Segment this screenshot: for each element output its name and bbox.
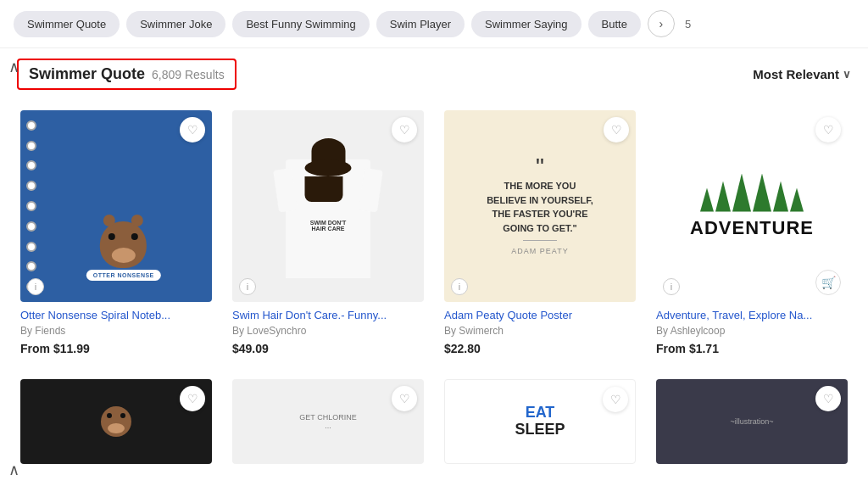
product-price-1: From $11.99 [20,342,212,355]
product-author-1: By Fiends [20,325,212,337]
product-card-2: SWIM DON'THAIR CARE ♡ i Swim Hair Don't … [222,100,434,366]
otter-illustration: Otter Nonsense [86,221,161,281]
info-symbol-4: i [670,282,672,292]
product-grid-row2: ♡ GET CHLORINE... ♡ EAT SLEEP [0,369,868,474]
results-header: Swimmer Quote 6,809 Results Most Relevan… [0,48,868,100]
product-name-1[interactable]: Otter Nonsense Spiral Noteb... [20,309,212,323]
product-image-row2-1: ♡ [20,379,212,464]
tab-butte[interactable]: Butte [588,11,641,37]
product-image-row2-3: EAT SLEEP ♡ [444,379,636,464]
hair-bun-illustration [305,138,352,202]
wishlist-button-3[interactable]: ♡ [604,117,629,142]
tabs-next-button[interactable]: › [648,10,675,37]
product-card-4: ~~~ ADVENTURE ♡ i [646,100,858,366]
info-symbol: i [35,282,36,292]
info-symbol-3: i [459,282,460,292]
eat-word: EAT [515,405,565,422]
product-image-row2-4: ~illustration~ ♡ [656,379,848,464]
heart-icon-3: ♡ [611,123,622,137]
trees-illustration [690,174,814,212]
wishlist-button-1[interactable]: ♡ [180,117,205,142]
sort-label: Most Relevant [753,67,839,81]
results-title: Swimmer Quote [29,65,145,83]
product-name-4[interactable]: Adventure, Travel, Explore Na... [656,309,848,323]
product-card-3: " THE MORE YOUBELIEVE IN YOURSELF,THE FA… [434,100,646,366]
product-image-2: SWIM DON'THAIR CARE ♡ i [232,110,424,302]
wishlist-button-row2-2[interactable]: ♡ [392,386,417,411]
product-image-4: ~~~ ADVENTURE ♡ i [656,110,848,302]
sort-control[interactable]: Most Relevant ∨ [753,67,851,81]
product-price-4: From $1.71 [656,342,848,355]
eat-sleep-text: EAT SLEEP [515,405,565,439]
info-symbol-2: i [247,282,248,292]
notebook-spiral [25,110,37,302]
product-name-3[interactable]: Adam Peaty Quote Poster [444,309,636,323]
product-card-1: Otter Nonsense ♡ i Otter Nonsense Spiral… [10,100,222,366]
product-price-2: $49.09 [232,342,424,355]
product-card-row2-2: GET CHLORINE... ♡ [222,369,434,474]
heart-icon-r2-3: ♡ [610,393,621,406]
info-icon-4[interactable]: i [663,278,680,295]
product-grid: Otter Nonsense ♡ i Otter Nonsense Spiral… [0,100,868,366]
results-count: 6,809 Results [152,68,225,81]
heart-icon-2: ♡ [399,123,410,137]
wishlist-button-4[interactable]: ♡ [815,117,841,142]
tab-swimmer-joke[interactable]: Swimmer Joke [126,11,225,37]
tab-swimmer-saying[interactable]: Swimmer Saying [471,11,581,37]
product-card-row2-1: ♡ [10,369,222,474]
product-image-row2-2: GET CHLORINE... ♡ [232,379,424,464]
info-icon-2[interactable]: i [239,278,256,295]
product-author-2: By LoveSynchro [232,325,424,337]
tab-swim-player[interactable]: Swim Player [376,11,465,37]
chevron-right-icon: › [659,17,664,31]
product-image-3: " THE MORE YOUBELIEVE IN YOURSELF,THE FA… [444,110,636,302]
heart-icon-r2-4: ♡ [823,392,834,405]
product-image-1: Otter Nonsense ♡ i [20,110,212,302]
chevron-up-icon: ∧ [8,59,19,75]
category-tabs-bar: Swimmer Quote Swimmer Joke Best Funny Sw… [0,0,868,48]
tab-best-funny-swimming[interactable]: Best Funny Swimming [232,11,369,37]
chevron-up-icon-bottom: ∧ [8,461,19,478]
product-author-3: By Swimerch [444,325,636,337]
quote-main-text: THE MORE YOUBELIEVE IN YOURSELF,THE FAST… [487,179,593,235]
wishlist-button-2[interactable]: ♡ [392,117,417,142]
collapse-up-button[interactable]: ∧ [8,58,19,76]
product-card-row2-3: EAT SLEEP ♡ [434,369,646,474]
quote-author-text: ADAM PEATY [487,246,593,257]
adventure-sticker-content: ~~~ ADVENTURE [677,161,826,252]
product-name-2[interactable]: Swim Hair Don't Care.- Funny... [232,309,424,323]
add-to-cart-button-4[interactable]: 🛒 [815,270,841,295]
collapse-down-button[interactable]: ∧ [8,461,19,479]
info-icon-1[interactable]: i [27,278,44,295]
info-icon-3[interactable]: i [451,278,468,295]
heart-icon-r2-1: ♡ [187,392,198,405]
tabs-remaining-count: 5 [685,18,691,31]
wishlist-button-row2-1[interactable]: ♡ [180,386,205,411]
sort-chevron-icon: ∨ [843,68,851,81]
wishlist-button-row2-4[interactable]: ♡ [815,386,841,411]
product-author-4: By Ashleylcoop [656,325,848,337]
sleep-word: SLEEP [515,422,565,439]
product-card-row2-4: ~illustration~ ♡ [646,369,858,474]
wishlist-button-row2-3[interactable]: ♡ [603,387,628,412]
cart-icon: 🛒 [821,276,836,289]
results-title-box: Swimmer Quote 6,809 Results [17,59,236,90]
product-price-3: $22.80 [444,342,636,355]
quote-poster-content: " THE MORE YOUBELIEVE IN YOURSELF,THE FA… [470,138,610,274]
otter-banner-text: Otter Nonsense [86,270,161,281]
adventure-word-text: ADVENTURE [690,217,814,239]
heart-icon-r2-2: ♡ [399,392,410,405]
heart-icon-4: ♡ [823,123,834,137]
quote-mark: " [487,155,593,179]
heart-icon: ♡ [187,123,198,137]
tab-swimmer-quote[interactable]: Swimmer Quote [14,11,120,37]
